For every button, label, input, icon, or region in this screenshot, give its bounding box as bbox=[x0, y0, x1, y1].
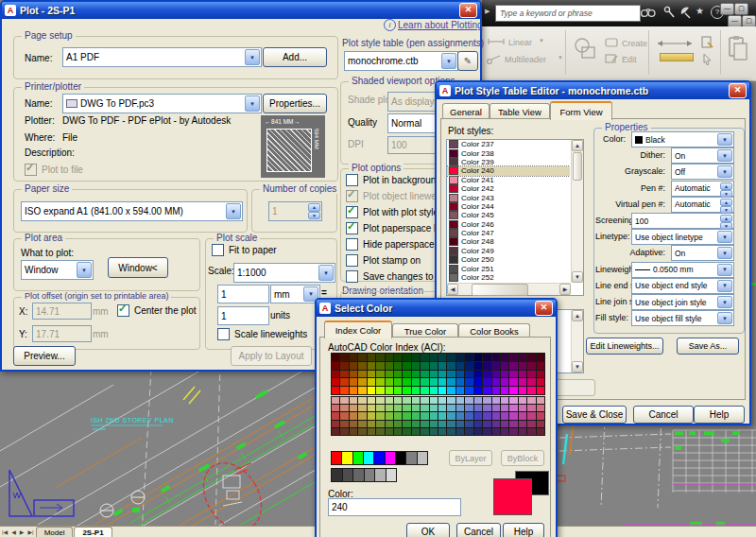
palette-cell[interactable] bbox=[465, 354, 472, 361]
palette-cell[interactable] bbox=[358, 405, 366, 411]
ribbon-create-block-button[interactable]: Create bbox=[622, 39, 647, 48]
palette-cell[interactable] bbox=[406, 452, 416, 464]
palette-cell[interactable] bbox=[501, 405, 508, 411]
plot-option-checkbox[interactable] bbox=[346, 174, 358, 186]
close-icon[interactable]: ✕ bbox=[535, 301, 553, 316]
palette-cell[interactable] bbox=[474, 387, 482, 394]
search-binoculars-icon[interactable] bbox=[641, 7, 656, 18]
palette-cell[interactable] bbox=[492, 421, 500, 427]
palette-cell[interactable] bbox=[465, 362, 472, 370]
plot-style-item[interactable]: Color 246 bbox=[447, 220, 570, 229]
property-select[interactable]: Use object join style▼ bbox=[631, 294, 734, 310]
scale-unit-select[interactable]: mm▼ bbox=[270, 285, 320, 303]
chevron-down-icon[interactable]: ▼ bbox=[245, 49, 260, 65]
palette-cell[interactable] bbox=[430, 354, 438, 361]
palette-cell[interactable] bbox=[332, 421, 339, 427]
palette-cell[interactable] bbox=[465, 378, 472, 386]
plot-style-item[interactable]: Color 252 bbox=[447, 273, 570, 282]
palette-cell[interactable] bbox=[465, 405, 472, 411]
palette-cell[interactable] bbox=[403, 362, 410, 370]
close-icon[interactable]: ✕ bbox=[459, 3, 477, 18]
palette-cell[interactable] bbox=[527, 397, 535, 404]
palette-cell[interactable] bbox=[509, 371, 517, 378]
palette-cell[interactable] bbox=[537, 405, 544, 411]
edit-lineweights-button[interactable]: Edit Lineweights... bbox=[586, 338, 663, 355]
palette-cell[interactable] bbox=[412, 428, 420, 435]
palette-cell[interactable] bbox=[396, 452, 405, 464]
chevron-down-icon[interactable]: ▼ bbox=[717, 165, 732, 178]
palette-cell[interactable] bbox=[465, 397, 472, 404]
scale-numerator-input[interactable]: 1 bbox=[217, 285, 269, 303]
tab-table-view[interactable]: Table View bbox=[490, 103, 550, 119]
multileader-dropdown-icon[interactable]: ▼ bbox=[558, 55, 563, 61]
palette-cell[interactable] bbox=[483, 387, 490, 394]
palette-cell[interactable] bbox=[509, 397, 517, 404]
palette-cell[interactable] bbox=[421, 354, 428, 361]
palette-cell[interactable] bbox=[340, 354, 348, 361]
plot-style-item[interactable]: Color 237 bbox=[447, 140, 570, 148]
scale-select[interactable]: 1:1000▼ bbox=[233, 263, 335, 283]
property-spinner[interactable]: Automatic▲▼ bbox=[671, 197, 734, 213]
palette-cell[interactable] bbox=[340, 405, 348, 411]
tab-nav-last-icon[interactable]: ▶| bbox=[26, 528, 35, 537]
palette-cell[interactable] bbox=[386, 452, 395, 464]
tab-nav-first-icon[interactable]: |◀ bbox=[0, 528, 9, 537]
palette-cell[interactable] bbox=[403, 397, 410, 404]
palette-cell[interactable] bbox=[465, 371, 472, 378]
palette-cell[interactable] bbox=[340, 387, 348, 394]
palette-cell[interactable] bbox=[492, 387, 500, 394]
palette-cell[interactable] bbox=[358, 387, 366, 394]
palette-cell[interactable] bbox=[527, 412, 535, 419]
save-as-button[interactable]: Save As... bbox=[677, 338, 739, 355]
window-pick-button[interactable]: Window< bbox=[108, 257, 168, 278]
palette-cell[interactable] bbox=[394, 362, 402, 370]
add-pagesetup-button[interactable]: Add... bbox=[263, 47, 327, 67]
palette-cell[interactable] bbox=[537, 397, 544, 404]
palette-cell[interactable] bbox=[403, 387, 410, 394]
palette-cell[interactable] bbox=[421, 421, 428, 427]
byblock-button[interactable]: ByBlock bbox=[501, 450, 544, 466]
infocenter-search-input[interactable]: Type a keyword or phrase bbox=[495, 5, 641, 22]
palette-cell[interactable] bbox=[386, 405, 393, 411]
palette-cell[interactable] bbox=[501, 362, 508, 370]
palette-cell[interactable] bbox=[368, 371, 375, 378]
palette-cell[interactable] bbox=[340, 362, 348, 370]
palette-cell[interactable] bbox=[376, 362, 384, 370]
palette-cell[interactable] bbox=[412, 421, 420, 427]
palette-cell[interactable] bbox=[394, 412, 402, 419]
palette-cell[interactable] bbox=[386, 421, 393, 427]
plot-style-item[interactable]: Color 244 bbox=[447, 202, 570, 211]
palette-cell[interactable] bbox=[447, 428, 455, 435]
palette-cell[interactable] bbox=[509, 354, 517, 361]
palette-cell[interactable] bbox=[386, 397, 393, 404]
palette-cell[interactable] bbox=[430, 387, 438, 394]
chevron-down-icon[interactable]: ▼ bbox=[717, 231, 732, 243]
palette-cell[interactable] bbox=[430, 428, 438, 435]
palette-cell[interactable] bbox=[501, 378, 508, 386]
palette-cell[interactable] bbox=[430, 412, 438, 419]
palette-cell[interactable] bbox=[358, 412, 366, 419]
palette-cell[interactable] bbox=[403, 354, 410, 361]
palette-cell[interactable] bbox=[368, 421, 375, 427]
chevron-down-icon[interactable]: ▼ bbox=[717, 247, 732, 259]
tab-index-color[interactable]: Index Color bbox=[324, 320, 392, 338]
palette-cell[interactable] bbox=[430, 362, 438, 370]
palette-cell[interactable] bbox=[342, 452, 352, 464]
palette-cell[interactable] bbox=[394, 421, 402, 427]
palette-cell[interactable] bbox=[412, 362, 420, 370]
chevron-down-icon[interactable]: ▼ bbox=[717, 312, 732, 324]
palette-cell[interactable] bbox=[368, 378, 375, 386]
page-setup-name-select[interactable]: A1 PDF▼ bbox=[62, 47, 262, 67]
palette-cell[interactable] bbox=[368, 428, 375, 435]
palette-cell[interactable] bbox=[537, 421, 544, 427]
palette-cell[interactable] bbox=[483, 397, 490, 404]
preview-button[interactable]: Preview... bbox=[13, 346, 76, 366]
palette-cell[interactable] bbox=[447, 354, 455, 361]
palette-cell[interactable] bbox=[340, 397, 348, 404]
app-minimize-button[interactable]: — bbox=[720, 3, 734, 15]
palette-cell[interactable] bbox=[386, 362, 393, 370]
palette-cell[interactable] bbox=[394, 371, 402, 378]
palette-cell[interactable] bbox=[376, 397, 384, 404]
tab-model[interactable]: Model bbox=[36, 527, 74, 537]
palette-cell[interactable] bbox=[412, 378, 420, 386]
